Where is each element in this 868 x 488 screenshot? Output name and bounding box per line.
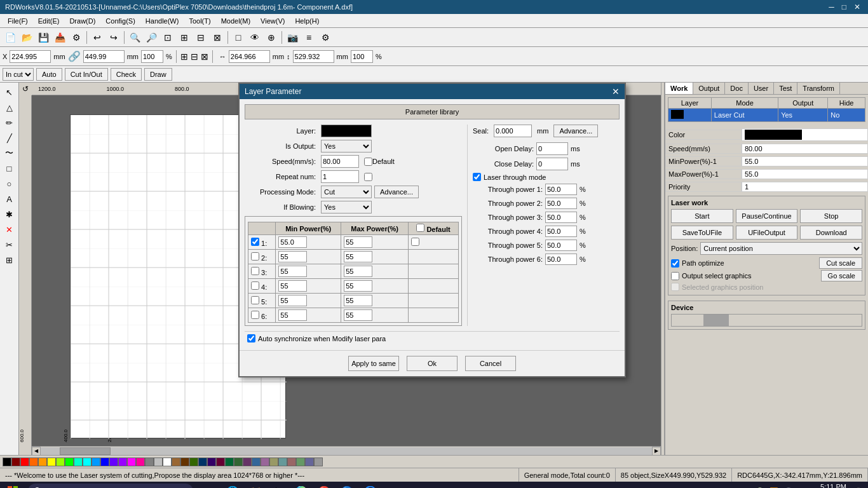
auto-button[interactable]: Auto — [36, 68, 62, 81]
repeat-checkbox[interactable] — [364, 173, 372, 181]
refresh-icon[interactable]: ↺ — [19, 83, 32, 95]
palette-color-7[interactable] — [65, 458, 74, 466]
cut-tool[interactable]: ✂ — [3, 238, 17, 252]
power-row-3-max[interactable] — [344, 266, 372, 277]
menu-config[interactable]: Config(S) — [100, 16, 140, 26]
grid-tool[interactable]: ⊞ — [3, 253, 17, 267]
menu-view[interactable]: View(V) — [255, 16, 290, 26]
settings-btn[interactable]: ⚙ — [318, 30, 333, 45]
palette-color-14[interactable] — [127, 458, 136, 466]
delete-tool[interactable]: ✕ — [3, 222, 17, 236]
position-select[interactable]: Current position Absolute origin Machine… — [700, 242, 862, 255]
open-btn[interactable]: 📂 — [19, 30, 34, 45]
through-power-4-input[interactable] — [545, 226, 577, 237]
power-row-6-min[interactable] — [278, 309, 307, 321]
laser-through-checkbox[interactable] — [473, 173, 481, 181]
power-row-1-default[interactable] — [411, 238, 419, 246]
palette-color-28[interactable] — [252, 458, 261, 466]
output-select-checkbox[interactable] — [671, 272, 679, 280]
zoom-in-btn[interactable]: 🔍 — [127, 30, 142, 45]
power-row-3-min[interactable] — [278, 266, 307, 277]
tab-doc[interactable]: Doc — [725, 83, 749, 94]
menu-help[interactable]: Help(H) — [290, 16, 324, 26]
blowing-select[interactable]: Yes No — [321, 201, 372, 214]
minimize-button[interactable]: ─ — [826, 3, 837, 11]
speed-input[interactable] — [321, 155, 359, 168]
taskbar-search-box[interactable] — [28, 484, 193, 488]
palette-color-8[interactable] — [74, 458, 83, 466]
through-power-1-input[interactable] — [545, 184, 577, 195]
palette-color-34[interactable] — [305, 458, 314, 466]
power-row-5-min[interactable] — [278, 295, 307, 306]
task-view-icon[interactable]: ⊞ — [201, 482, 219, 488]
import-btn[interactable]: 📥 — [52, 30, 67, 45]
table-row[interactable]: Laser Cut Yes No — [668, 109, 865, 122]
power-row-2-max[interactable] — [344, 251, 372, 262]
menu-edit[interactable]: Edit(E) — [33, 16, 65, 26]
node-tool[interactable]: △ — [3, 100, 17, 114]
palette-color-26[interactable] — [234, 458, 243, 466]
browser-icon[interactable]: 🌍 — [292, 482, 310, 488]
palette-color-5[interactable] — [47, 458, 56, 466]
through-power-6-input[interactable] — [545, 254, 577, 265]
power-row-2-min[interactable] — [278, 251, 307, 262]
export-btn[interactable]: ⚙ — [69, 30, 84, 45]
select-tool[interactable]: ↖ — [3, 85, 17, 99]
palette-color-23[interactable] — [207, 458, 216, 466]
seal-input[interactable] — [494, 125, 532, 137]
rect-tool[interactable]: □ — [3, 161, 17, 175]
menu-draw[interactable]: Draw(D) — [64, 16, 100, 26]
path-optimize-checkbox[interactable] — [671, 259, 679, 268]
menu-tool[interactable]: Tool(T) — [184, 16, 215, 26]
power-row-5-checkbox[interactable] — [251, 296, 259, 304]
w-input[interactable] — [229, 50, 270, 63]
palette-color-10[interactable] — [92, 458, 100, 466]
curve-tool[interactable]: 〜 — [3, 146, 17, 160]
poly-tool[interactable]: ✱ — [3, 207, 17, 221]
dialog-close-button[interactable]: ✕ — [612, 86, 620, 97]
auto-sync-checkbox[interactable] — [247, 334, 255, 342]
cancel-button[interactable]: Cancel — [465, 356, 516, 371]
text-tool[interactable]: A — [3, 192, 17, 206]
scroll-thumb-h[interactable] — [60, 447, 111, 455]
power-row-4-max[interactable] — [344, 280, 372, 292]
palette-color-20[interactable] — [180, 458, 189, 466]
palette-color-4[interactable] — [38, 458, 47, 466]
power-row-4-checkbox[interactable] — [251, 281, 259, 290]
palette-color-19[interactable] — [172, 458, 180, 466]
download-button[interactable]: Download — [800, 226, 862, 240]
tab-work[interactable]: Work — [665, 83, 693, 94]
through-power-3-input[interactable] — [545, 212, 577, 223]
h-scrollbar[interactable]: ◀ ▶ — [32, 446, 661, 455]
cut-inout-button[interactable]: Cut In/Out — [65, 68, 108, 81]
power-row-5-max[interactable] — [344, 295, 372, 306]
palette-color-13[interactable] — [118, 458, 127, 466]
menu-file[interactable]: File(F) — [3, 16, 33, 26]
palette-color-29[interactable] — [261, 458, 269, 466]
check-button[interactable]: Check — [111, 68, 142, 81]
redo-btn[interactable]: ↪ — [106, 30, 121, 45]
power-row-1-checkbox[interactable] — [251, 238, 259, 246]
width-pct-input[interactable] — [141, 50, 163, 63]
select-btn[interactable]: ⊕ — [264, 30, 279, 45]
app-icon-5[interactable]: 🔴 — [315, 482, 333, 488]
zoom-all-btn[interactable]: ⊟ — [193, 30, 208, 45]
device-slider[interactable] — [671, 314, 862, 327]
h-pct-input[interactable] — [351, 50, 373, 63]
power-row-2-checkbox[interactable] — [251, 252, 259, 261]
all-default-checkbox[interactable] — [416, 224, 424, 232]
ellipse-tool[interactable]: ○ — [3, 177, 17, 191]
cut-scale-button[interactable]: Cut scale — [819, 257, 862, 269]
is-output-select[interactable]: Yes No — [321, 140, 372, 152]
zoom-actual-btn[interactable]: ⊠ — [210, 30, 225, 45]
files-icon[interactable]: 📁 — [247, 482, 264, 488]
palette-color-33[interactable] — [296, 458, 305, 466]
apply-button[interactable]: Apply to same — [348, 356, 399, 371]
palette-color-22[interactable] — [198, 458, 207, 466]
param-library-button[interactable]: Parameter library — [245, 104, 620, 119]
open-delay-input[interactable] — [536, 142, 568, 155]
repeat-input[interactable] — [321, 170, 359, 183]
processing-mode-select[interactable]: Cut Engrave — [321, 186, 372, 198]
store-icon[interactable]: 🛍 — [269, 482, 287, 488]
power-row-1-max[interactable] — [344, 236, 372, 248]
